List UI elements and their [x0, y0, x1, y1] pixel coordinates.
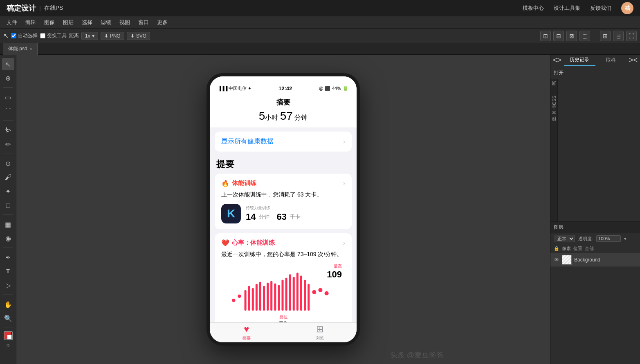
flame-icon: 🔥: [221, 179, 229, 187]
svg-download-btn[interactable]: ⬇ SVG: [127, 32, 150, 40]
fitness-card-header: 🔥 体能训练 ›: [221, 179, 345, 187]
hand-btn[interactable]: ✋: [2, 298, 14, 310]
menu-more[interactable]: 更多: [154, 18, 171, 27]
stamp-btn[interactable]: ✦: [2, 185, 14, 197]
user-avatar[interactable]: 稿: [621, 2, 633, 14]
transform-checkbox[interactable]: [40, 33, 45, 38]
workout-app-icon: K: [221, 204, 241, 223]
watermark: 头条 @麦豆爸爸: [390, 350, 444, 360]
layers-toolbar: 正常 透明度: ▾: [550, 233, 640, 244]
nav-link-feedback[interactable]: 反馈我们: [590, 4, 611, 12]
layer-name: Background: [574, 257, 600, 263]
open-btn[interactable]: 打开: [554, 70, 564, 76]
pen-btn[interactable]: ✒: [2, 251, 14, 264]
artboard-btn[interactable]: ⊕: [2, 72, 14, 84]
align-icon[interactable]: ⊟: [553, 31, 564, 41]
lock-all[interactable]: 全部: [585, 246, 594, 252]
layers-panel: 图层 正常 透明度: ▾ 🔒 像素 位置 全部 👁: [550, 221, 640, 364]
transform-icon[interactable]: ⊞: [600, 31, 611, 41]
svg-rect-2: [245, 290, 247, 311]
panel-toggle-btn[interactable]: ><: [627, 56, 640, 65]
side-label-css[interactable]: CSS: [552, 96, 557, 105]
menu-image[interactable]: 图像: [41, 18, 58, 27]
menu-select[interactable]: 选择: [79, 18, 96, 27]
menu-layer[interactable]: 图层: [60, 18, 77, 27]
heart-desc: 最近一次训练中，您的心率是 73–109 次/分钟。: [221, 250, 345, 259]
nav-link-tools[interactable]: 设计工具集: [554, 4, 580, 12]
menu-file[interactable]: 文件: [3, 18, 20, 27]
tab-fitness[interactable]: 体能.psd ×: [3, 43, 38, 55]
tab-sample[interactable]: 取样: [595, 55, 627, 66]
svg-rect-5: [256, 284, 258, 311]
phone-content[interactable]: 摘要 5小时 57 分钟 显示所有健康数据 › 提要 🔥: [210, 94, 357, 329]
section-title: 提要: [210, 152, 357, 174]
opacity-input[interactable]: [596, 235, 621, 242]
phone-frame: ▐▐▐ 中国电信 ✦ 12:42 @ ⬛ 44% 🔋 摘要 5小时 57 分钟: [207, 73, 360, 346]
shape-btn[interactable]: ▷: [2, 279, 14, 291]
heal-btn[interactable]: ⊙: [2, 157, 14, 170]
zoom-btn[interactable]: 🔍: [2, 312, 14, 324]
move-tool-btn[interactable]: ↖: [2, 58, 14, 70]
svg-rect-8: [267, 283, 269, 311]
summary-header: 摘要 5小时 57 分钟: [210, 94, 357, 127]
svg-point-1: [238, 295, 241, 298]
move-tool-icon[interactable]: ↖: [3, 32, 9, 40]
nav-link-templates[interactable]: 模板中心: [523, 4, 544, 12]
heart-title: 心率：体能训练: [232, 239, 275, 247]
color-picker[interactable]: [4, 331, 13, 340]
gradient-btn[interactable]: ▦: [2, 218, 14, 230]
distance-label: 距离: [69, 32, 79, 39]
lock-pixels[interactable]: 像素: [562, 246, 571, 252]
canvas-area[interactable]: ▐▐▐ 中国电信 ✦ 12:42 @ ⬛ 44% 🔋 摘要 5小时 57 分钟: [16, 55, 550, 364]
lock-position[interactable]: 位置: [573, 246, 582, 252]
toolbar-divider-3: [3, 154, 13, 154]
menu-edit[interactable]: 编辑: [22, 18, 39, 27]
brush-btn[interactable]: 🖌: [2, 171, 14, 183]
fullscreen-icon[interactable]: ⛶: [626, 31, 637, 41]
scale-selector[interactable]: 1x ▾: [81, 32, 98, 40]
blend-mode-select[interactable]: 正常: [554, 235, 575, 242]
tab-history[interactable]: 历史记录: [564, 55, 595, 66]
crop-icon[interactable]: ⊡: [540, 31, 551, 41]
tab-filename: 体能.psd: [8, 45, 27, 52]
select-lasso-btn[interactable]: ⌒: [2, 105, 14, 117]
phone-tab-browse[interactable]: ⊞ 浏览: [283, 324, 357, 341]
eraser-btn[interactable]: ◻: [2, 199, 14, 211]
text-btn[interactable]: T: [2, 265, 14, 277]
phone-tab-summary[interactable]: ♥ 摘要: [210, 324, 283, 341]
warp-icon[interactable]: ⌸: [613, 31, 624, 41]
distribute-icon[interactable]: ⊠: [566, 31, 577, 41]
select-rect-btn[interactable]: ▭: [2, 91, 14, 103]
png-download-btn[interactable]: ⬇ PNG: [101, 32, 124, 40]
svg-rect-10: [274, 284, 276, 311]
menu-filter[interactable]: 滤镜: [97, 18, 115, 27]
svg-rect-4: [252, 288, 254, 311]
summary-title: 摘要: [216, 98, 350, 107]
resize-icon[interactable]: ⬚: [579, 31, 590, 41]
crop-btn[interactable]: ⛷: [2, 124, 14, 136]
eyedropper-btn[interactable]: ✏: [2, 138, 14, 150]
auto-select-checkbox[interactable]: [11, 33, 16, 38]
background-color[interactable]: [7, 335, 12, 339]
health-link-text[interactable]: 显示所有健康数据: [221, 137, 274, 146]
tab-close-btn[interactable]: ×: [30, 47, 32, 51]
heart-card-header: ❤️ 心率：体能训练 ›: [221, 239, 345, 247]
panel-collapse-btn[interactable]: <>: [550, 56, 564, 65]
menu-window[interactable]: 窗口: [135, 18, 152, 27]
main-area: ↖ ⊕ ▭ ⌒ ⛷ ✏ ⊙ 🖌 ✦ ◻ ▦ ◉ ✒ T ▷ ✋ 🔍 D: [0, 55, 640, 364]
health-link-row[interactable]: 显示所有健康数据 ›: [215, 132, 352, 152]
brand-subtitle: 在线PS: [44, 4, 63, 12]
stats-divider: [273, 213, 273, 221]
layer-visibility-icon[interactable]: 👁: [554, 257, 559, 263]
svg-rect-13: [285, 278, 287, 311]
heart-chevron[interactable]: ›: [343, 239, 345, 247]
workout-row: K 传统力量训练 14 分钟 63 千卡: [221, 204, 345, 223]
toolbar-divider-5: [3, 248, 13, 248]
svg-rect-11: [278, 285, 280, 311]
brand-logo[interactable]: 稿定设计: [7, 3, 36, 13]
auto-select-check[interactable]: 自动选择: [11, 32, 38, 39]
fitness-chevron[interactable]: ›: [343, 180, 345, 187]
menu-view[interactable]: 视图: [116, 18, 133, 27]
layer-background[interactable]: 👁 Background: [550, 253, 640, 267]
blur-btn[interactable]: ◉: [2, 232, 14, 244]
